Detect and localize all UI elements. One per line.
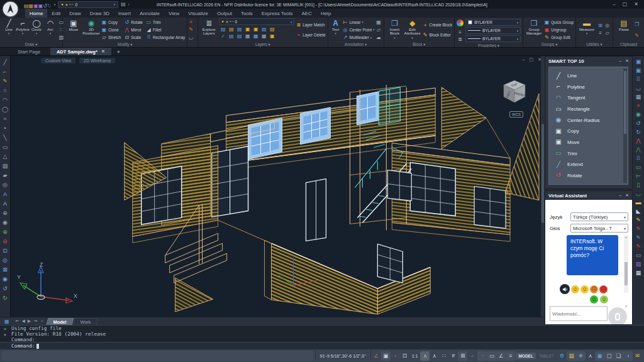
zoom-out-icon[interactable]: ⊖: [3, 238, 8, 246]
mdi-minimize-button[interactable]: –: [523, 57, 525, 62]
drawing-canvas[interactable]: Custom View2D Wireframe – ▢ ✕ TOP LEFT F…: [10, 56, 545, 317]
sketch-pen-icon[interactable]: ✎: [636, 216, 641, 224]
new-layout-icon[interactable]: ＋: [40, 318, 44, 324]
join-tool-icon[interactable]: ◡: [636, 84, 641, 92]
linetype-select[interactable]: BYLAYER ▾: [465, 27, 521, 34]
layer-walk-icon[interactable]: ▤: [270, 26, 275, 32]
ribbon-tab[interactable]: AEC: [297, 9, 316, 18]
ellipse-tool-icon[interactable]: ◯: [2, 106, 8, 114]
id-point-icon[interactable]: ◎: [605, 23, 609, 30]
edit-attributes-button[interactable]: ◆ Edit Attributes ▾: [404, 18, 421, 41]
zoom-dynamic-icon[interactable]: ◎: [3, 256, 8, 265]
prev-tab-icon[interactable]: ◀: [21, 319, 25, 324]
measure-tool-icon[interactable]: ▬: [636, 199, 641, 207]
command-input-row[interactable]: Command:: [0, 342, 644, 349]
spline-tool-icon[interactable]: ≈: [4, 115, 7, 123]
microphone-button[interactable]: [608, 307, 627, 324]
collaborate-icon[interactable]: ❖: [576, 351, 586, 361]
ribbon-tab[interactable]: Insert: [114, 9, 135, 18]
first-tab-icon[interactable]: ⇤: [16, 319, 19, 324]
last-tab-icon[interactable]: ⇥: [33, 319, 37, 324]
move-points-icon[interactable]: ⠿: [636, 75, 641, 84]
grid-dots-icon[interactable]: ∷: [439, 351, 448, 361]
group-label-block[interactable]: Block ▾: [386, 41, 453, 47]
selection-window-icon[interactable]: ⊡: [400, 351, 409, 361]
layer-lock-icon[interactable]: ▣: [245, 26, 250, 32]
fillet-button[interactable]: ◢ Fillet: [146, 26, 185, 34]
language-select[interactable]: Türkçe (Türkiye) ▾: [570, 212, 628, 221]
layer-merge-icon[interactable]: ▤: [237, 33, 242, 39]
copy-screen-icon[interactable]: ▣: [595, 351, 604, 361]
close-command-icon[interactable]: ✕: [3, 326, 6, 332]
copy-button[interactable]: ▣ Copy: [101, 19, 121, 26]
layer-delete-button[interactable]: × Layer Delete: [296, 31, 325, 39]
smart-rectangle[interactable]: ▭ Rectangle: [554, 106, 628, 113]
trim-tool-icon[interactable]: ▭: [636, 163, 641, 172]
zoom-realtime-icon[interactable]: ◉: [3, 219, 8, 227]
close-panel-icon[interactable]: ✕: [625, 58, 629, 63]
copy-tool-icon[interactable]: ▣: [636, 58, 641, 66]
smart-extend[interactable]: ╱ Extend: [554, 161, 628, 168]
next-tab-icon[interactable]: ▶: [28, 319, 31, 324]
multileader-button[interactable]: ↗ Multileader ▾: [343, 34, 375, 41]
layer-isolate-icon[interactable]: ▦: [245, 33, 250, 39]
array-tool-icon[interactable]: ▦: [636, 93, 641, 101]
3d-positioner-button[interactable]: ◉ 3D Positioner: [82, 18, 100, 41]
list-info-icon[interactable]: ≡: [599, 30, 602, 38]
grid-lines-icon[interactable]: #: [448, 351, 458, 361]
group-label-draw[interactable]: Draw ▾: [2, 41, 60, 47]
crosshair-icon[interactable]: ＋: [391, 351, 400, 361]
block-editor-button[interactable]: ✎ Block Editor: [423, 31, 453, 39]
mirror-3d-icon[interactable]: ⋀: [636, 146, 640, 154]
wireframe-button[interactable]: 2D Wireframe: [79, 58, 115, 63]
region-tool-icon[interactable]: ▰: [3, 172, 8, 180]
autosnap-icon[interactable]: ⋏: [420, 351, 430, 361]
blueline-pen-icon[interactable]: ✎: [636, 234, 641, 242]
table-icon[interactable]: ▦: [376, 19, 382, 25]
linetype-list-icon[interactable]: ≡: [457, 30, 463, 35]
ribbon-tab[interactable]: View: [164, 9, 184, 18]
layer-freeze-icon[interactable]: ▤: [237, 26, 242, 32]
tablet-toggle[interactable]: TABLET: [536, 353, 557, 359]
polyline-button[interactable]: ⌐ Polyline ▾: [16, 18, 30, 41]
ungroup-button[interactable]: ▣ Ungroup: [544, 26, 574, 33]
line-button[interactable]: ╱ Line ▾: [2, 18, 16, 41]
annotation-flag-icon[interactable]: ▣: [381, 351, 391, 361]
donut-tool-icon[interactable]: ◎: [3, 181, 8, 189]
ribbon-tab[interactable]: Output: [213, 9, 236, 18]
layer-select[interactable]: ●☀▪▫ 0 ▾: [219, 18, 294, 25]
layer-freeze2-icon[interactable]: ▦: [262, 33, 267, 39]
group-label-utilities[interactable]: Utilities ▾: [578, 41, 611, 47]
array-rect-icon[interactable]: ⠿: [636, 155, 641, 163]
zoom-in-icon[interactable]: ⊕: [3, 228, 8, 236]
group-label-clipboard[interactable]: Clipboard: [615, 41, 642, 47]
circle-tool-icon[interactable]: ○: [3, 87, 6, 95]
rectangular-array-button[interactable]: ⠿ Rectangular Array: [146, 34, 185, 41]
monitor-icon[interactable]: ▢: [604, 351, 614, 361]
tab-start-page[interactable]: Start Page: [11, 48, 50, 55]
zoom-extents-icon[interactable]: ⊠: [3, 266, 8, 274]
break-tool-icon[interactable]: ▯: [637, 181, 640, 189]
regen-icon[interactable]: ↻: [3, 294, 8, 302]
work-tab[interactable]: Work: [73, 318, 97, 325]
close-panel-icon[interactable]: ✕: [625, 193, 629, 198]
user-icon[interactable]: ⋏: [586, 351, 595, 361]
close-button[interactable]: ✕: [634, 0, 638, 9]
smart-center-radius[interactable]: ◉ Center-Radius: [554, 116, 628, 124]
text-button[interactable]: A Text ▾: [330, 18, 341, 41]
copy-clip-icon[interactable]: ❒: [634, 21, 640, 27]
ribbon-tab[interactable]: Express Tools: [257, 9, 297, 18]
new-document-button[interactable]: ＋: [111, 48, 126, 55]
render-tool-icon[interactable]: ▨: [636, 260, 641, 268]
section-tool-icon[interactable]: ▭: [636, 251, 641, 260]
ribbon-tab[interactable]: Home: [25, 9, 47, 18]
layer-off-icon[interactable]: ▤: [229, 26, 234, 32]
undo-dropdown-icon[interactable]: ▾: [54, 3, 56, 6]
save-icon[interactable]: ▣: [33, 3, 38, 9]
measure-button[interactable]: ▬ Measure ▾: [578, 18, 596, 41]
rotate-button[interactable]: ↺ Rotate: [124, 19, 143, 26]
redline-pen-icon[interactable]: ✎: [636, 225, 641, 233]
scale-button[interactable]: ⊡ Scale: [124, 34, 143, 41]
delete-button[interactable]: ×: [188, 19, 194, 25]
layer-new-icon[interactable]: ▤: [262, 26, 267, 32]
